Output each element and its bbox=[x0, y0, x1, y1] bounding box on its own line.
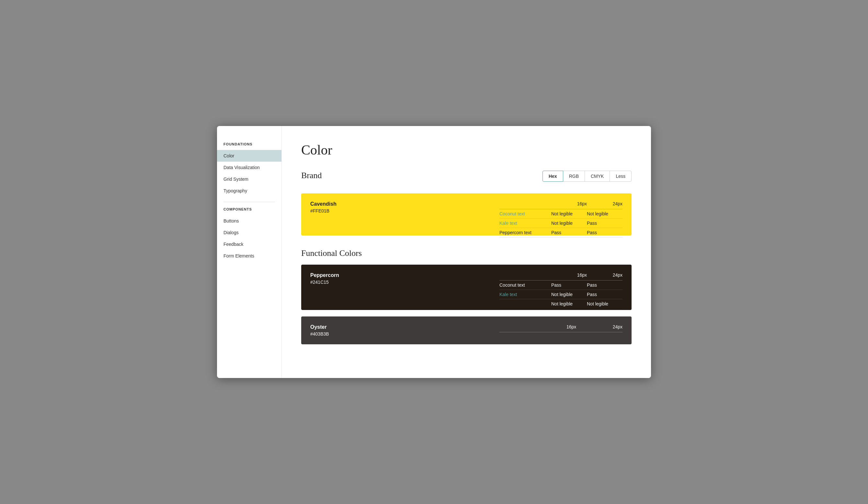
sidebar-item-color[interactable]: Color bbox=[217, 150, 281, 162]
cavendish-card: Cavendish #FFE01B 16px 24px Coconut text bbox=[301, 193, 632, 236]
app-window: FOUNDATIONS Color Data Visualization Gri… bbox=[217, 126, 651, 378]
sidebar-item-buttons[interactable]: Buttons bbox=[217, 215, 281, 227]
format-cmyk-button[interactable]: CMYK bbox=[585, 171, 610, 182]
functional-colors-section: Functional Colors Peppercorn #241C15 16p… bbox=[301, 248, 632, 344]
peppercorn-row3-col16: Not legible bbox=[551, 299, 587, 309]
peppercorn-row2-label: Kale text bbox=[499, 290, 551, 299]
sidebar-item-feedback[interactable]: Feedback bbox=[217, 238, 281, 250]
functional-section-title: Functional Colors bbox=[301, 248, 632, 258]
sidebar: FOUNDATIONS Color Data Visualization Gri… bbox=[217, 126, 282, 378]
format-toggle: Hex RGB CMYK Less bbox=[543, 171, 632, 182]
peppercorn-row2-col24: Pass bbox=[587, 290, 622, 299]
oyster-legibility-table: 16px 24px bbox=[499, 324, 622, 332]
page-title: Color bbox=[301, 142, 632, 158]
format-rgb-button[interactable]: RGB bbox=[563, 171, 585, 182]
sidebar-item-dialogs[interactable]: Dialogs bbox=[217, 227, 281, 238]
table-row: Peppercorn text Pass Pass bbox=[499, 228, 622, 237]
oyster-card: Oyster #403B3B 16px 24px bbox=[301, 317, 632, 344]
peppercorn-row3-label bbox=[499, 299, 551, 309]
cavendish-row3-col24: Pass bbox=[587, 228, 622, 237]
oyster-col-16px: 16px bbox=[530, 324, 577, 332]
cavendish-col-24px: 24px bbox=[587, 201, 622, 209]
peppercorn-row3-col24: Not legible bbox=[587, 299, 622, 309]
cavendish-row1-col24: Not legible bbox=[587, 209, 622, 219]
cavendish-row1-label: Coconut text bbox=[499, 209, 551, 219]
sidebar-item-typography[interactable]: Typography bbox=[217, 185, 281, 197]
peppercorn-row1-col16: Pass bbox=[551, 280, 587, 290]
table-row: Kale text Not legible Pass bbox=[499, 290, 622, 299]
sidebar-item-data-visualization[interactable]: Data Visualization bbox=[217, 162, 281, 173]
cavendish-row3-label: Peppercorn text bbox=[499, 228, 551, 237]
oyster-col-24px: 24px bbox=[576, 324, 622, 332]
cavendish-row2-label: Kale text bbox=[499, 219, 551, 228]
peppercorn-legibility-table: 16px 24px Coconut text Pass Pass K bbox=[499, 272, 622, 309]
cavendish-legibility-table: 16px 24px Coconut text Not legible Not l… bbox=[499, 201, 622, 237]
foundations-label: FOUNDATIONS bbox=[217, 142, 281, 150]
cavendish-row2-col24: Pass bbox=[587, 219, 622, 228]
format-less-button[interactable]: Less bbox=[610, 171, 632, 182]
peppercorn-col-16px: 16px bbox=[551, 272, 587, 280]
cavendish-row1-col16: Not legible bbox=[551, 209, 587, 219]
peppercorn-col-24px: 24px bbox=[587, 272, 622, 280]
table-row: Not legible Not legible bbox=[499, 299, 622, 309]
format-hex-button[interactable]: Hex bbox=[542, 171, 563, 182]
main-content: Color Brand Hex RGB CMYK Less Cavendish … bbox=[282, 126, 651, 378]
sidebar-item-grid-system[interactable]: Grid System bbox=[217, 173, 281, 185]
brand-header-row: Brand Hex RGB CMYK Less bbox=[301, 171, 632, 188]
peppercorn-card: Peppercorn #241C15 16px 24px bbox=[301, 265, 632, 310]
table-row: Kale text Not legible Pass bbox=[499, 219, 622, 228]
table-row: Coconut text Pass Pass bbox=[499, 280, 622, 290]
peppercorn-row1-label: Coconut text bbox=[499, 280, 551, 290]
cavendish-col-16px: 16px bbox=[551, 201, 587, 209]
components-label: COMPONENTS bbox=[217, 207, 281, 215]
sidebar-divider bbox=[224, 202, 275, 202]
table-row: Coconut text Not legible Not legible bbox=[499, 209, 622, 219]
cavendish-row2-col16: Not legible bbox=[551, 219, 587, 228]
peppercorn-row2-col16: Not legible bbox=[551, 290, 587, 299]
brand-section-title: Brand bbox=[301, 171, 322, 181]
cavendish-row3-col16: Pass bbox=[551, 228, 587, 237]
peppercorn-row1-col24: Pass bbox=[587, 280, 622, 290]
sidebar-item-form-elements[interactable]: Form Elements bbox=[217, 250, 281, 262]
